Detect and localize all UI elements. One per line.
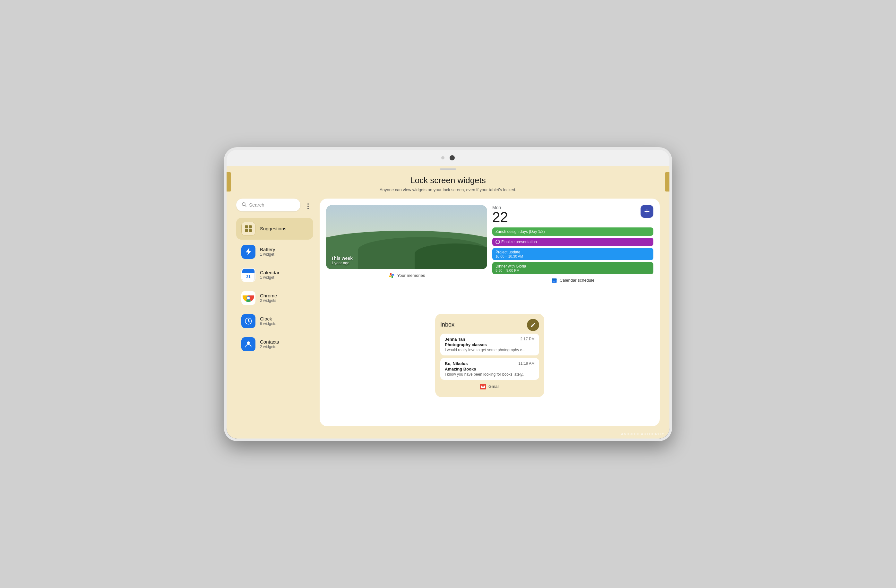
svg-text:31: 31 (553, 280, 555, 282)
contacts-info: Contacts 2 widgets (260, 339, 279, 349)
calendar-header: Mon 22 (492, 205, 654, 224)
memories-overlay: This week 1 year ago (331, 256, 353, 265)
tablet-top-bar (227, 150, 669, 166)
main-layout: Search (227, 199, 669, 433)
hill3 (414, 243, 487, 269)
gmail-footer[interactable]: Gmail (440, 384, 539, 389)
suggestions-label: Suggestions (260, 226, 286, 231)
gmail-footer-text: Gmail (488, 384, 499, 389)
event-0-title: Zurich design days (Day 1/2) (495, 229, 545, 234)
memories-widget: This week 1 year ago (326, 205, 487, 308)
svg-point-9 (247, 297, 250, 299)
svg-line-12 (248, 321, 250, 322)
more-options-button[interactable] (303, 201, 313, 211)
gmail-sender-1: Bo, Nikolus (445, 361, 468, 366)
svg-line-1 (245, 205, 246, 207)
suggestions-icon (241, 222, 256, 236)
battery-info: Battery 1 widget (260, 247, 275, 257)
gmail-email-1-top: Bo, Nikolus 11:19 AM (445, 361, 535, 366)
memories-year-label: 1 year ago (331, 261, 353, 265)
event-2-time: 10:00 – 10:30 AM (495, 254, 650, 258)
calendar-event-2[interactable]: Project update 10:00 – 10:30 AM (492, 248, 654, 260)
gmail-email-0-top: Jenna Tan 2:17 PM (445, 337, 535, 342)
sidebar-item-clock[interactable]: Clock 6 widgets (236, 310, 313, 332)
gmail-email-1[interactable]: Bo, Nikolus 11:19 AM Amazing Books I kno… (440, 358, 539, 380)
event-3-title: Dinner with Gloria (495, 264, 650, 269)
contacts-icon (241, 337, 256, 351)
calendar-footer[interactable]: 31 Calendar schedule (492, 278, 654, 283)
content-area: This week 1 year ago (320, 199, 660, 426)
sidebar: Search (236, 199, 313, 426)
gmail-inbox-label: Inbox (440, 321, 454, 328)
contacts-count: 2 widgets (260, 345, 279, 349)
calendar-label: Calendar (260, 270, 279, 275)
screen: Lock screen widgets Anyone can view widg… (227, 166, 669, 439)
search-bar[interactable]: Search (236, 199, 300, 211)
chrome-count: 2 widgets (260, 298, 277, 303)
chrome-icon (241, 291, 256, 305)
battery-label: Battery (260, 247, 275, 252)
sidebar-item-battery[interactable]: Battery 1 widget (236, 241, 313, 263)
sidebar-item-suggestions[interactable]: Suggestions (236, 218, 313, 240)
gmail-sender-0: Jenna Tan (445, 337, 465, 342)
calendar-footer-text: Calendar schedule (560, 278, 594, 283)
battery-icon (241, 245, 256, 259)
power-button-right (665, 172, 669, 191)
volume-button-left (227, 172, 231, 191)
gmail-edit-button[interactable] (527, 319, 539, 331)
calendar-date-block: Mon 22 (492, 205, 508, 224)
memories-footer-text: Your memories (397, 273, 425, 278)
contacts-label: Contacts (260, 339, 279, 345)
calendar-icon: 31 (241, 268, 256, 282)
clock-info: Clock 6 widgets (260, 316, 276, 326)
calendar-date: 22 (492, 210, 508, 224)
sidebar-item-chrome[interactable]: Chrome 2 widgets (236, 287, 313, 309)
drag-handle (440, 169, 456, 170)
calendar-info: Calendar 1 widget (260, 270, 279, 280)
memories-week-label: This week (331, 256, 353, 261)
watermark: ANDROID AUTHORITY (621, 432, 664, 436)
dot2 (308, 206, 309, 207)
tablet-dot (441, 156, 445, 160)
battery-count: 1 widget (260, 252, 275, 257)
event-1-title: Finalize presentation (501, 240, 537, 244)
memories-image: This week 1 year ago (326, 205, 487, 269)
gmail-preview-1: I know you have been looking for books l… (445, 372, 535, 377)
event-3-time: 5:30 – 9:00 PM (495, 269, 650, 272)
calendar-event-0[interactable]: Zurich design days (Day 1/2) (492, 228, 654, 236)
clock-icon (241, 314, 256, 328)
gmail-widget: Inbox Jenna Tan (435, 314, 544, 397)
dot3 (308, 208, 309, 209)
search-placeholder: Search (249, 202, 264, 208)
chrome-label: Chrome (260, 293, 277, 298)
gmail-header: Inbox (440, 319, 539, 331)
clock-label: Clock (260, 316, 276, 321)
gmail-preview-0: I would really love to get some photogra… (445, 348, 535, 352)
clock-count: 6 widgets (260, 321, 276, 326)
google-photos-icon (388, 272, 395, 279)
finalize-check-icon (495, 240, 500, 244)
calendar-event-1[interactable]: Finalize presentation (492, 238, 654, 246)
calendar-event-3[interactable]: Dinner with Gloria 5:30 – 9:00 PM (492, 262, 654, 274)
sidebar-item-calendar[interactable]: 31 Calendar 1 widget (236, 264, 313, 286)
memories-footer[interactable]: Your memories (388, 272, 425, 279)
gmail-email-0[interactable]: Jenna Tan 2:17 PM Photography classes I … (440, 334, 539, 356)
tablet-camera (450, 155, 455, 160)
search-row: Search (236, 199, 313, 214)
svg-point-13 (247, 341, 250, 344)
svg-rect-5 (249, 229, 252, 232)
calendar-footer-icon: 31 (551, 278, 557, 283)
gmail-time-0: 2:17 PM (520, 337, 535, 341)
calendar-widget: Mon 22 Zurich design days (492, 205, 654, 308)
gmail-time-1: 11:19 AM (518, 361, 535, 366)
suggestions-info: Suggestions (260, 226, 286, 231)
calendar-add-button[interactable] (640, 205, 654, 218)
search-icon (241, 202, 247, 208)
svg-rect-3 (249, 225, 252, 228)
tablet-content: Lock screen widgets Anyone can view widg… (227, 166, 669, 439)
sidebar-item-contacts[interactable]: Contacts 2 widgets (236, 333, 313, 355)
svg-rect-17 (552, 278, 556, 280)
svg-rect-4 (245, 229, 248, 232)
calendar-count: 1 widget (260, 275, 279, 280)
page-title: Lock screen widgets (233, 175, 663, 185)
